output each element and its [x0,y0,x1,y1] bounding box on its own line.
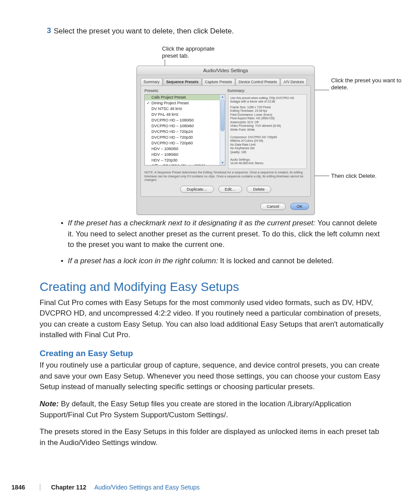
summary-line: Pixel Aspect Ratio: HD (960x720) [230,117,305,120]
preset-row[interactable]: DVCPRO HD – 1080i50🔒 [145,118,225,123]
preset-row[interactable]: DV NTSC 48 kHz🔒 [145,106,225,112]
tab-summary[interactable]: Summary [140,78,162,85]
preset-name: DV NTSC 48 kHz [151,107,219,111]
preset-name: DVCPRO HD – 1080i50 [151,118,219,122]
preset-name: HDV – 720p30 [151,158,219,162]
tab-a-v-devices[interactable]: A/V Devices [280,78,307,85]
subsection-heading: Creating an Easy Setup [40,349,385,358]
chapter-label: Chapter 112 [51,484,86,491]
delete-button[interactable]: Delete [247,186,271,193]
tab-capture-presets[interactable]: Capture Presets [202,78,235,85]
figure: Click the appropriate preset tab. Click … [57,45,385,208]
summary-line: 16-bit 48.000 kHz Stereo [230,162,305,165]
summary-line: White Point: White [230,128,305,132]
summary-line: Field Dominance: Lower (Even) [230,113,305,117]
summary-line: Video Processing: YUV allowed (8-bit) [230,124,305,128]
ok-button[interactable]: OK [290,203,309,210]
checkmark-icon: ✓ [146,101,151,105]
section-intro: Final Cut Pro comes with Easy Setups for… [40,298,385,341]
page-footer: 1846 Chapter 112 Audio/Video Settings an… [40,484,385,491]
duplicate-button[interactable]: Duplicate… [180,186,214,193]
preset-name: HDV – 1080i50 [151,147,219,151]
scroll-thumb[interactable] [221,99,225,131]
summary-box: Use this preset when editing 720p DVCPRO… [228,94,307,169]
panel: Presets: Summary: Cafe Project Preset✓Di… [140,85,311,197]
subsection-p3: The presets stored in the Easy Setups in… [40,427,385,448]
summary-line: No Keyframes Set [230,147,305,150]
preset-name: HDV – 1080i60 [151,152,219,157]
audio-video-settings-dialog: Audio/Video Settings SummarySequence Pre… [136,66,315,215]
bullet-item: If the preset has a checkmark next to it… [61,218,385,250]
tab-bar: SummarySequence PresetsCapture PresetsDe… [137,75,314,85]
bullet-lead: If a preset has a lock icon in the right… [68,257,220,265]
preset-name: DVCPRO HD – 720p24 [151,129,219,134]
bullet-item: If a preset has a lock icon in the right… [61,256,385,267]
preset-name: DVCPRO HD – 1080i60 [151,124,219,128]
page-number: 1846 [11,484,25,491]
summary-line: Frame Size: 1280 x 720 Pixels [230,106,305,109]
step-number: 3 [40,26,51,37]
preset-row[interactable]: HDV – 1080i50🔒 [145,146,225,152]
presets-listbox[interactable]: Cafe Project Preset✓Dining Project Prese… [144,94,225,166]
tab-device-control-presets[interactable]: Device Control Presets [236,78,280,85]
summary-line [230,132,305,135]
preset-name: DV PAL 48 kHz [151,112,219,117]
dialog-title: Audio/Video Settings [137,66,314,75]
preset-row[interactable]: HDV – 720p30🔒 [145,158,225,163]
callout-preset: Click the preset you want to delete. [331,77,406,91]
summary-line: Compressor: DVCPRO HD 720p60 [230,136,305,139]
note-text: By default, the Easy Setup files you cre… [40,400,351,419]
preset-row[interactable]: Cafe Project Preset [145,95,225,100]
preset-row[interactable]: HDV – 1080i60🔒 [145,152,225,158]
callout-tab: Click the appropriate preset tab. [162,45,224,59]
summary-line: Quality: 100 [230,151,305,154]
cancel-button[interactable]: Cancel [260,203,286,210]
chapter-title: Audio/Video Settings and Easy Setups [94,484,199,491]
summary-intro: Use this preset when editing 720p DVCPRO… [230,96,305,104]
preset-name: Dining Project Preset [151,101,224,105]
preset-name: DVCPRO HD – 720p60 [151,141,219,145]
bullet-rest: It is locked and cannot be deleted. [220,257,334,265]
summary-line: No Data Rate Limit [230,143,305,147]
step-text: Select the preset you want to delete, th… [54,26,234,37]
panel-note: NOTE: A Sequence Preset determines the E… [144,171,307,182]
bullet-list: If the preset has a checkmark next to it… [61,218,385,267]
preset-row[interactable]: DVCPRO HD – 720p30🔒 [145,135,225,140]
summary-line: Audio Settings: [230,158,305,162]
step-3: 3 Select the preset you want to delete, … [40,26,385,37]
preset-name: DVCPRO HD – 720p30 [151,135,219,140]
note-label: Note: [40,400,61,408]
summary-line: Anamorphic 16:9: Off [230,121,305,124]
summary-line [230,154,305,158]
tab-sequence-presets[interactable]: Sequence Presets [163,78,201,85]
preset-row[interactable]: DVCPRO HD – 720p24🔒 [145,129,225,135]
preset-name: OfflineRT NTSC (Photo JPEG) [151,164,219,165]
subsection-p1: If you routinely use a particular group … [40,360,385,393]
scroll-up-icon[interactable]: ▲ [220,95,225,99]
edit-button[interactable]: Edit… [218,186,243,193]
summary-line: Millions of Colors (24 bit) [230,139,305,143]
callout-delete: Then click Delete. [331,173,406,180]
summary-line: Editing Timebase: 23.98 fps [230,109,305,113]
presets-label: Presets: [144,88,227,93]
bullet-lead: If the preset has a checkmark next to it… [68,219,317,227]
preset-row[interactable]: DVCPRO HD – 1080i60🔒 [145,123,225,129]
preset-row[interactable]: ✓Dining Project Preset [145,100,225,106]
section-heading: Creating and Modifying Easy Setups [40,280,385,294]
scrollbar[interactable]: ▲ ▼ [220,95,225,165]
scroll-down-icon[interactable]: ▼ [220,161,225,165]
preset-row[interactable]: DVCPRO HD – 720p60🔒 [145,140,225,146]
note-paragraph: Note: By default, the Easy Setup files y… [40,399,385,420]
summary-label: Summary: [227,88,245,93]
preset-row[interactable]: OfflineRT NTSC (Photo JPEG)🔒 [145,163,225,165]
preset-name: Cafe Project Preset [151,95,224,99]
preset-row[interactable]: DV PAL 48 kHz🔒 [145,112,225,118]
